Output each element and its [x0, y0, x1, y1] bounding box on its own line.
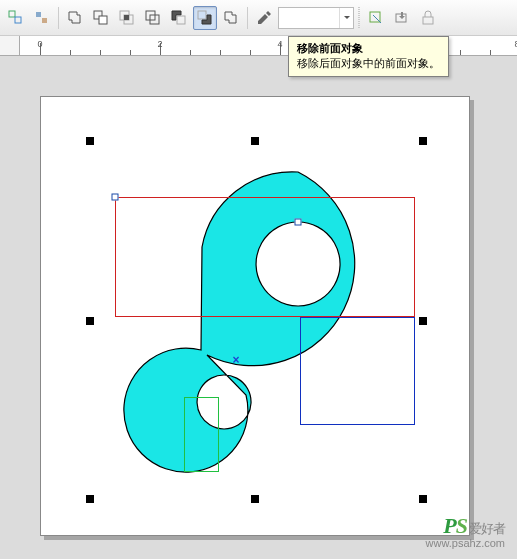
- selection-handle[interactable]: [419, 317, 427, 325]
- canvas-area[interactable]: ×: [0, 56, 517, 559]
- svg-rect-2: [36, 12, 41, 17]
- green-rectangle[interactable]: [184, 397, 219, 472]
- ruler-label: 0: [37, 39, 42, 49]
- back-minus-front-icon[interactable]: [193, 6, 217, 30]
- selection-handle[interactable]: [419, 137, 427, 145]
- tooltip: 移除前面对象 移除后面对象中的前面对象。: [288, 36, 449, 77]
- weld-icon[interactable]: [63, 6, 87, 30]
- front-minus-back-icon[interactable]: [167, 6, 191, 30]
- path-node[interactable]: [295, 219, 302, 226]
- selection-handle[interactable]: [419, 495, 427, 503]
- watermark-url: www.psahz.com: [426, 537, 505, 549]
- separator: [58, 7, 59, 29]
- simplify-icon[interactable]: [141, 6, 165, 30]
- boundary-icon[interactable]: [219, 6, 243, 30]
- path-node[interactable]: [112, 194, 119, 201]
- separator: [247, 7, 248, 29]
- ruler-corner: [0, 36, 20, 56]
- svg-rect-3: [42, 18, 47, 23]
- svg-rect-8: [124, 15, 129, 20]
- svg-rect-12: [198, 11, 206, 19]
- selection-center-icon[interactable]: ×: [231, 355, 241, 365]
- tooltip-title: 移除前面对象: [297, 41, 440, 56]
- blue-rectangle[interactable]: [300, 317, 415, 425]
- intersect-icon[interactable]: [115, 6, 139, 30]
- svg-rect-5: [99, 16, 107, 24]
- svg-rect-15: [423, 17, 433, 24]
- fill-dropdown-icon[interactable]: [339, 8, 353, 28]
- separator: [358, 7, 360, 29]
- watermark-logo: PS爱好者: [426, 513, 505, 539]
- snap-icon[interactable]: [4, 6, 28, 30]
- extract-icon[interactable]: [390, 6, 414, 30]
- ruler-label: 2: [157, 39, 162, 49]
- svg-rect-1: [15, 17, 21, 23]
- lock-icon[interactable]: [416, 6, 440, 30]
- align-icon[interactable]: [30, 6, 54, 30]
- watermark: PS爱好者 www.psahz.com: [426, 513, 505, 549]
- fill-combo[interactable]: [278, 7, 354, 29]
- ruler-label: 4: [277, 39, 282, 49]
- selection-handle[interactable]: [86, 137, 94, 145]
- selection-handle[interactable]: [251, 137, 259, 145]
- clip-icon[interactable]: [364, 6, 388, 30]
- artwork: ×: [41, 97, 469, 535]
- property-toolbar: [0, 0, 517, 36]
- svg-rect-0: [9, 11, 15, 17]
- tooltip-desc: 移除后面对象中的前面对象。: [297, 56, 440, 71]
- selection-handle[interactable]: [86, 495, 94, 503]
- trim-icon[interactable]: [89, 6, 113, 30]
- fill-swatch: [279, 8, 339, 28]
- selection-handle[interactable]: [251, 495, 259, 503]
- selection-handle[interactable]: [86, 317, 94, 325]
- page: ×: [40, 96, 470, 536]
- svg-rect-11: [177, 16, 185, 24]
- eyedropper-icon[interactable]: [252, 6, 276, 30]
- red-rectangle[interactable]: [115, 197, 415, 317]
